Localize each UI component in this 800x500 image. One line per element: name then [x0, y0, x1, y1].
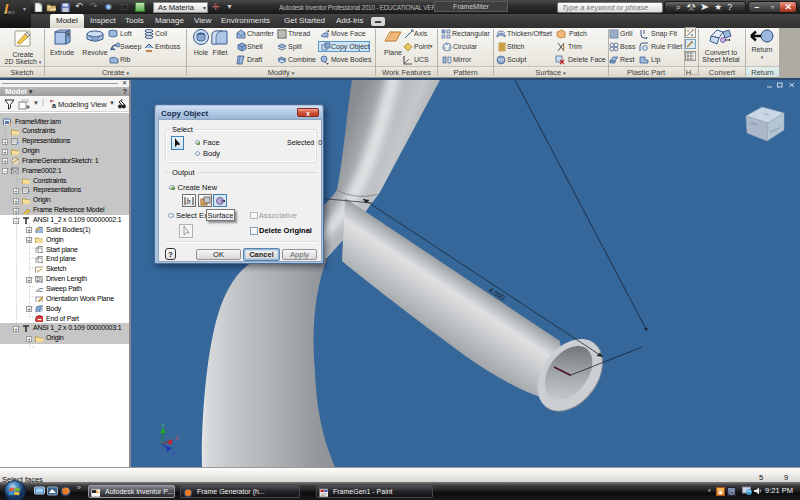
svg-text:Y: Y — [161, 423, 165, 429]
svg-text:a: a — [52, 102, 56, 109]
svg-text:b: b — [187, 197, 191, 206]
svg-text:Z: Z — [172, 450, 176, 456]
svg-text:X: X — [175, 435, 179, 441]
